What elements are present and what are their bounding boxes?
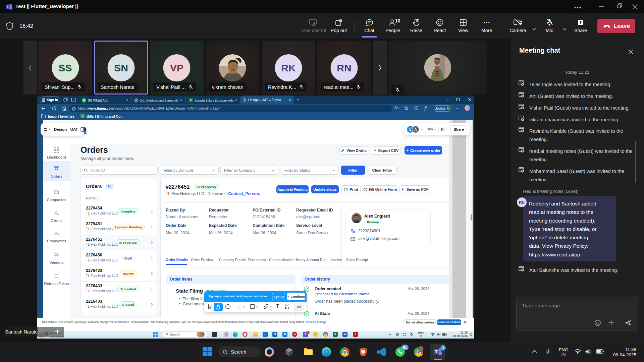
svg-text:T: T	[7, 5, 9, 8]
svg-text:T: T	[435, 350, 437, 354]
